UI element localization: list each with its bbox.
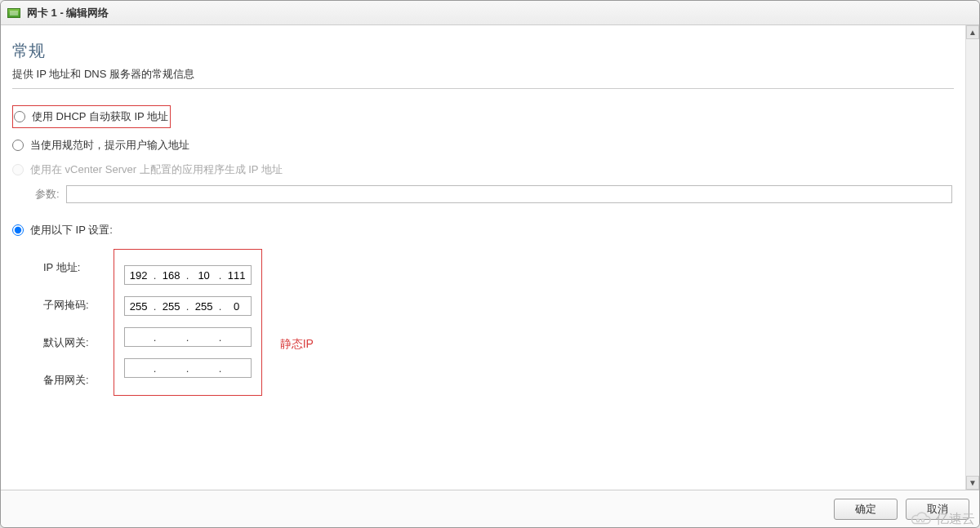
vertical-scrollbar[interactable]: ▲ ▼ xyxy=(965,25,979,490)
radio-vcenter xyxy=(12,164,24,175)
divider xyxy=(12,88,954,89)
gw-o4[interactable] xyxy=(223,329,251,345)
subnet-mask-label: 子网掩码: xyxy=(43,286,89,324)
ip-address-label: IP 地址: xyxy=(43,249,89,286)
subnet-row: . . . xyxy=(124,294,252,318)
section-desc: 提供 IP 地址和 DNS 服务器的常规信息 xyxy=(12,67,954,82)
scroll-track[interactable] xyxy=(966,39,979,476)
titlebar: 网卡 1 - 编辑网络 xyxy=(1,1,979,25)
ip-address-input[interactable]: . . . xyxy=(124,265,252,285)
annotation-static-ip: 静态IP xyxy=(280,337,314,352)
radio-row-manual: 使用以下 IP 设置: xyxy=(12,218,954,242)
ip-label-column: IP 地址: 子网掩码: 默认网关: 备用网关: xyxy=(43,249,89,399)
subnet-o2[interactable] xyxy=(158,298,185,314)
radio-row-prompt: 当使用规范时，提示用户输入地址 xyxy=(12,133,954,158)
ip-settings: IP 地址: 子网掩码: 默认网关: 备用网关: . . . xyxy=(43,249,954,399)
alt-gateway-row: . . . xyxy=(124,356,252,380)
alt-gateway-label: 备用网关: xyxy=(43,362,89,399)
radio-prompt-label: 当使用规范时，提示用户输入地址 xyxy=(30,138,189,153)
window-title: 网卡 1 - 编辑网络 xyxy=(27,6,109,20)
gw-o1[interactable] xyxy=(125,329,153,345)
scroll-down-icon[interactable]: ▼ xyxy=(966,476,979,490)
radio-dhcp-label: 使用 DHCP 自动获取 IP 地址 xyxy=(32,109,168,124)
radio-vcenter-label: 使用在 vCenter Server 上配置的应用程序生成 IP 地址 xyxy=(30,162,283,177)
content-wrap: 常规 提供 IP 地址和 DNS 服务器的常规信息 使用 DHCP 自动获取 I… xyxy=(1,25,979,490)
scroll-up-icon[interactable]: ▲ xyxy=(966,25,979,39)
dialog-footer: 确定 取消 xyxy=(1,490,979,527)
gateway-input[interactable]: . . . xyxy=(124,327,252,347)
section-title: 常规 xyxy=(12,40,954,62)
radio-dhcp[interactable] xyxy=(14,111,25,122)
radio-manual-label: 使用以下 IP 设置: xyxy=(30,223,113,237)
ip-o1[interactable] xyxy=(125,267,153,283)
param-label: 参数: xyxy=(35,187,60,202)
gateway-row: . . . xyxy=(124,325,252,349)
radio-prompt[interactable] xyxy=(12,140,24,151)
cancel-button[interactable]: 取消 xyxy=(906,499,969,520)
subnet-o4[interactable] xyxy=(223,298,251,314)
content: 常规 提供 IP 地址和 DNS 服务器的常规信息 使用 DHCP 自动获取 I… xyxy=(1,25,965,490)
subnet-input[interactable]: . . . xyxy=(124,296,252,316)
ip-o3[interactable] xyxy=(190,267,218,283)
ip-o4[interactable] xyxy=(223,267,251,283)
radio-manual[interactable] xyxy=(12,224,24,236)
agw-o4[interactable] xyxy=(223,360,251,376)
ok-button[interactable]: 确定 xyxy=(834,499,898,520)
ip-grid-highlight: . . . . . xyxy=(114,249,262,396)
param-input[interactable] xyxy=(66,185,952,203)
highlight-dhcp: 使用 DHCP 自动获取 IP 地址 xyxy=(12,105,171,128)
gw-o2[interactable] xyxy=(158,329,185,345)
agw-o2[interactable] xyxy=(158,360,185,376)
ip-o2[interactable] xyxy=(158,267,185,283)
subnet-o1[interactable] xyxy=(125,298,153,314)
radio-row-vcenter: 使用在 vCenter Server 上配置的应用程序生成 IP 地址 xyxy=(12,158,954,182)
ip-address-row: . . . xyxy=(124,263,252,287)
radio-row-dhcp: 使用 DHCP 自动获取 IP 地址 xyxy=(12,100,954,133)
alt-gateway-input[interactable]: . . . xyxy=(124,358,252,378)
param-row: 参数: xyxy=(35,185,954,203)
app-icon xyxy=(7,8,20,18)
agw-o1[interactable] xyxy=(125,360,153,376)
gw-o3[interactable] xyxy=(190,329,218,345)
dialog-edit-network: 网卡 1 - 编辑网络 常规 提供 IP 地址和 DNS 服务器的常规信息 使用… xyxy=(0,0,980,528)
default-gateway-label: 默认网关: xyxy=(43,324,89,362)
agw-o3[interactable] xyxy=(190,360,218,376)
subnet-o3[interactable] xyxy=(190,298,218,314)
